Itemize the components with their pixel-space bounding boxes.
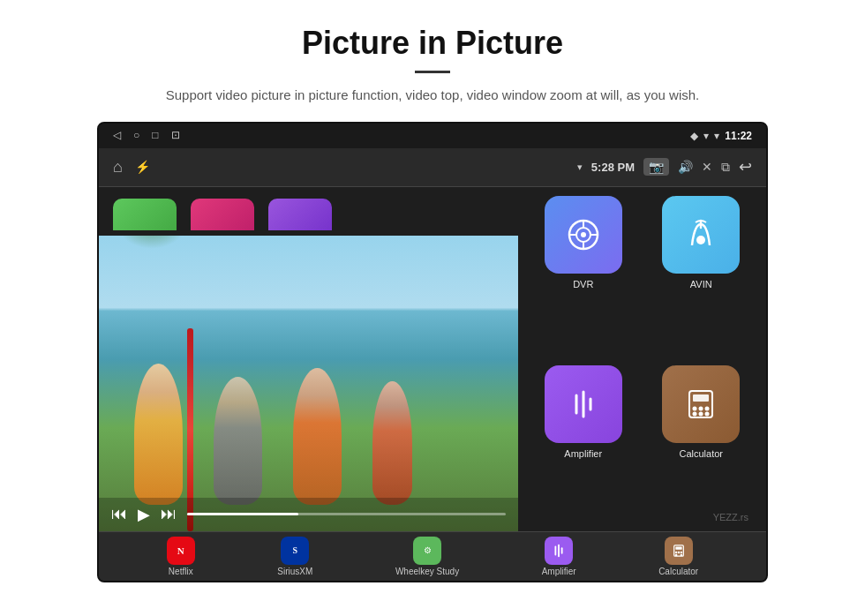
app-card-avin: AVIN [649,196,755,353]
svg-rect-24 [675,546,681,549]
calculator-icon[interactable] [662,365,740,443]
video-frame[interactable]: 📷 − + ✕ ⏮ ▶ ⏭ [99,187,518,531]
header-section: Picture in Picture Support video picture… [0,0,865,122]
close-icon[interactable]: ✕ [702,160,712,174]
calculator-label: Calculator [679,448,723,459]
svg-point-2 [581,232,586,237]
pip-icon[interactable]: ⧉ [721,160,730,175]
top-app-1 [113,199,177,230]
app-card-amplifier: Amplifier [530,365,636,522]
location-icon: ◆ [690,130,698,142]
app-card-dvr: DVR [530,196,636,353]
subtitle: Support video picture in picture functio… [53,86,812,106]
back-nav-icon[interactable]: ◁ [113,129,121,142]
svg-point-14 [693,406,697,410]
status-bar: ◁ ○ □ ⊡ ◆ ▾ ▾ 11:22 [99,124,766,148]
home-nav-icon[interactable]: ○ [133,129,139,142]
signal-icon: ▾ [714,130,719,142]
siriusxm-icon-partial[interactable] [191,199,254,230]
svg-point-18 [699,411,703,416]
app-bar-left: ⌂ ⚡ [113,158,150,177]
svg-point-16 [705,406,710,410]
wheelkey-bottom-icon[interactable]: ⚙ [413,537,441,565]
netflix-icon-partial[interactable] [113,199,177,230]
top-app-3 [268,199,332,230]
dvr-icon[interactable] [545,196,622,274]
next-button[interactable]: ⏭ [161,505,177,523]
svg-point-26 [677,551,679,552]
prev-button[interactable]: ⏮ [111,505,127,523]
svg-point-19 [705,411,710,416]
bookmark-icon: ⊡ [171,129,180,142]
volume-icon[interactable]: 🔊 [678,160,693,174]
wheelkey-bottom-label: Wheelkey Study [395,567,459,576]
bottom-app-calculator: Calculator [658,537,698,576]
person2 [214,377,262,505]
svg-point-29 [680,553,681,555]
usb-icon: ⚡ [135,160,150,175]
amplifier-bottom-label: Amplifier [542,567,576,576]
bottom-app-bar: N Netflix S SiriusXM ⚙ Wheelkey Study [99,531,766,581]
app-bar-time: 5:28 PM [591,161,635,174]
person3 [293,368,342,505]
netflix-bottom-label: Netflix [169,567,193,576]
media-controls: ⏮ ▶ ⏭ [99,498,518,531]
amplifier-bottom-icon[interactable] [545,537,573,565]
dvr-label: DVR [573,279,593,289]
app-card-calculator: Calculator [649,365,755,522]
watermark: YEZZ.rs [713,512,748,522]
wifi-status-icon: ▾ [577,162,583,173]
status-bar-left: ◁ ○ □ ⊡ [113,129,180,142]
avin-label: AVIN [690,279,712,289]
svg-point-28 [675,553,677,555]
wheelkey-icon-partial[interactable] [268,199,332,230]
status-time: 11:22 [725,130,752,142]
svg-point-17 [693,411,697,416]
siriusxm-bottom-label: SiriusXM [277,567,312,576]
netflix-bottom-icon[interactable]: N [167,537,195,565]
bottom-app-netflix: N Netflix [167,537,195,576]
amplifier-icon[interactable] [545,365,622,443]
bottom-app-amplifier: Amplifier [542,537,576,576]
calculator-bottom-icon[interactable] [665,537,693,565]
svg-point-27 [680,551,681,552]
progress-fill [187,513,298,515]
recents-nav-icon[interactable]: □ [152,129,158,142]
wifi-icon: ▾ [703,130,709,142]
svg-point-7 [696,236,705,244]
title-divider [415,71,450,73]
camera-button[interactable]: 📷 [643,158,669,176]
video-pip-container: 📷 − + ✕ ⏮ ▶ ⏭ [99,187,518,531]
app-bar-right: ▾ 5:28 PM 📷 🔊 ✕ ⧉ ↩ [577,157,752,177]
main-content: 📷 − + ✕ ⏮ ▶ ⏭ [99,187,766,531]
siriusxm-bottom-icon[interactable]: S [281,537,309,565]
app-grid-area: DVR AVIN [518,187,766,531]
app-bar: ⌂ ⚡ ▾ 5:28 PM 📷 🔊 ✕ ⧉ ↩ [99,148,766,187]
home-icon[interactable]: ⌂ [113,158,123,177]
person1 [134,364,183,505]
video-area: 📷 − + ✕ ⏮ ▶ ⏭ [99,187,518,531]
top-app-2 [191,199,254,230]
svg-rect-13 [693,394,709,402]
device-frame: ◁ ○ □ ⊡ ◆ ▾ ▾ 11:22 ⌂ ⚡ ▾ 5:28 PM 📷 🔊 ✕ … [97,122,768,582]
back-button[interactable]: ↩ [739,157,752,177]
progress-bar[interactable] [187,513,506,515]
top-apps-partial [99,187,518,236]
play-button[interactable]: ▶ [138,505,150,524]
status-bar-right: ◆ ▾ ▾ 11:22 [690,130,752,142]
amplifier-label: Amplifier [564,448,602,459]
avin-icon[interactable] [662,196,740,274]
svg-point-15 [699,406,703,410]
bottom-app-siriusxm: S SiriusXM [277,537,312,576]
calculator-bottom-label: Calculator [658,567,698,576]
bottom-app-wheelkey: ⚙ Wheelkey Study [395,537,459,576]
page-title: Picture in Picture [53,25,812,62]
svg-point-25 [675,551,677,552]
person4 [372,381,412,505]
